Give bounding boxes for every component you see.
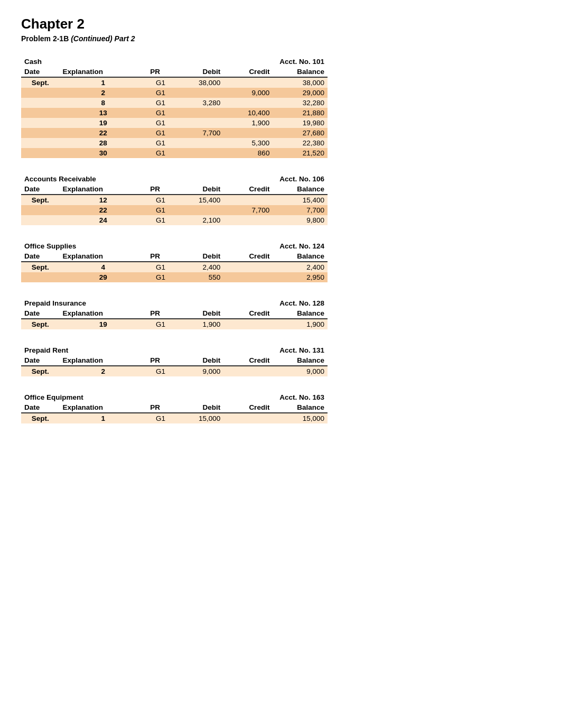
cell-pr: G1 [147, 118, 174, 128]
ledger-title: Cash [21, 56, 174, 67]
cell-explanation: 8 [60, 98, 147, 108]
cell-explanation: 2 [60, 88, 147, 98]
table-row: Sept.1G138,00038,000 [21, 77, 328, 88]
cell-debit: 9,000 [174, 366, 223, 376]
ledger-4: Prepaid RentAcct. No. 131DateExplanation… [21, 344, 540, 376]
cell-credit [223, 319, 273, 329]
col-header-date: Date [21, 251, 60, 262]
problem-subtitle: Problem 2-1B (Continued) Part 2 [21, 34, 540, 43]
col-header-date: Date [21, 308, 60, 319]
col-header-explanation: Explanation [60, 355, 147, 366]
cell-balance: 27,680 [273, 128, 328, 138]
cell-debit [174, 108, 223, 118]
ledger-acct-no: Acct. No. 124 [174, 240, 328, 251]
col-header-credit: Credit [223, 402, 273, 413]
ledger-title: Prepaid Rent [21, 344, 174, 355]
cell-explanation: 13 [60, 108, 147, 118]
table-row: 24G12,1009,800 [21, 215, 328, 225]
cell-debit [174, 205, 223, 215]
col-header-credit: Credit [223, 184, 273, 195]
cell-explanation: 2 [60, 366, 147, 376]
col-header-balance: Balance [273, 402, 328, 413]
cell-pr: G1 [147, 98, 174, 108]
cell-balance: 1,900 [273, 319, 328, 329]
cell-pr: G1 [147, 195, 174, 205]
cell-debit: 15,400 [174, 195, 223, 205]
cell-balance: 22,380 [273, 138, 328, 148]
month-label: Sept. [32, 263, 49, 271]
ledger-acct-no: Acct. No. 163 [174, 391, 328, 402]
col-header-explanation: Explanation [60, 184, 147, 195]
cell-balance: 29,000 [273, 88, 328, 98]
ledger-title: Prepaid Insurance [21, 297, 174, 308]
col-header-pr: PR [147, 402, 174, 413]
table-row: 8G13,28032,280 [21, 98, 328, 108]
ledger-acct-no: Acct. No. 101 [174, 56, 328, 67]
col-header-debit: Debit [174, 402, 223, 413]
col-header-explanation: Explanation [60, 308, 147, 319]
cell-balance: 19,980 [273, 118, 328, 128]
cell-balance: 9,800 [273, 215, 328, 225]
cell-explanation: 29 [60, 272, 147, 282]
table-row: Sept.4G12,4002,400 [21, 262, 328, 272]
col-header-credit: Credit [223, 355, 273, 366]
cell-balance: 7,700 [273, 205, 328, 215]
cell-pr: G1 [147, 262, 174, 272]
table-row: 13G110,40021,880 [21, 108, 328, 118]
cell-debit [174, 138, 223, 148]
cell-debit: 2,100 [174, 215, 223, 225]
cell-pr: G1 [147, 128, 174, 138]
cell-pr: G1 [147, 88, 174, 98]
table-row: 22G17,7007,700 [21, 205, 328, 215]
col-header-date: Date [21, 184, 60, 195]
cell-debit: 1,900 [174, 319, 223, 329]
cell-pr: G1 [147, 77, 174, 88]
col-header-pr: PR [147, 355, 174, 366]
cell-balance: 32,280 [273, 98, 328, 108]
col-header-debit: Debit [174, 184, 223, 195]
col-header-explanation: Explanation [60, 402, 147, 413]
cell-credit [223, 262, 273, 272]
ledger-title: Accounts Receivable [21, 173, 174, 184]
ledger-acct-no: Acct. No. 106 [174, 173, 328, 184]
cell-balance: 2,400 [273, 262, 328, 272]
cell-explanation: 22 [60, 205, 147, 215]
cell-explanation: 12 [60, 195, 147, 205]
cell-credit: 10,400 [223, 108, 273, 118]
cell-explanation: 30 [60, 148, 147, 158]
cell-credit: 1,900 [223, 118, 273, 128]
col-header-credit: Credit [223, 67, 273, 77]
cell-debit [174, 88, 223, 98]
cell-pr: G1 [147, 319, 174, 329]
col-header-pr: PR [147, 184, 174, 195]
col-header-date: Date [21, 402, 60, 413]
cell-debit: 7,700 [174, 128, 223, 138]
cell-explanation: 19 [60, 319, 147, 329]
col-header-balance: Balance [273, 184, 328, 195]
table-row: 2G19,00029,000 [21, 88, 328, 98]
cell-pr: G1 [147, 148, 174, 158]
cell-explanation: 24 [60, 215, 147, 225]
month-label: Sept. [32, 367, 49, 375]
table-row: 19G11,90019,980 [21, 118, 328, 128]
month-label: Sept. [32, 320, 49, 328]
ledger-acct-no: Acct. No. 128 [174, 297, 328, 308]
cell-credit: 7,700 [223, 205, 273, 215]
table-row: Sept.19G11,9001,900 [21, 319, 328, 329]
col-header-balance: Balance [273, 355, 328, 366]
ledger-0: CashAcct. No. 101DateExplanationPRDebitC… [21, 56, 540, 158]
ledger-acct-no: Acct. No. 131 [174, 344, 328, 355]
cell-credit: 860 [223, 148, 273, 158]
cell-explanation: 4 [60, 262, 147, 272]
table-row: 30G186021,520 [21, 148, 328, 158]
col-header-debit: Debit [174, 308, 223, 319]
ledger-3: Prepaid InsuranceAcct. No. 128DateExplan… [21, 297, 540, 329]
table-row: 29G15502,950 [21, 272, 328, 282]
col-header-debit: Debit [174, 251, 223, 262]
col-header-pr: PR [147, 308, 174, 319]
cell-pr: G1 [147, 138, 174, 148]
cell-credit [223, 413, 273, 423]
ledger-2: Office SuppliesAcct. No. 124DateExplanat… [21, 240, 540, 282]
cell-credit: 9,000 [223, 88, 273, 98]
col-header-pr: PR [147, 251, 174, 262]
